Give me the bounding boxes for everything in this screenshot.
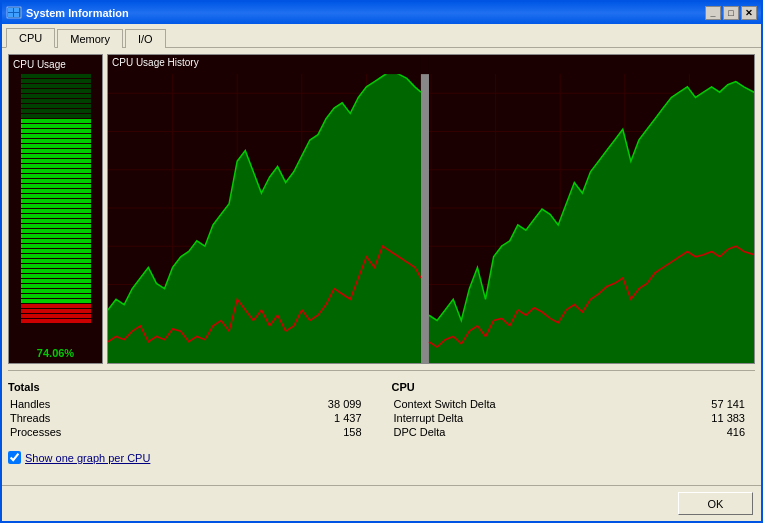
table-row: Context Switch Delta 57 141 xyxy=(392,397,756,411)
bottom-bar: OK xyxy=(2,485,761,521)
svg-rect-26 xyxy=(429,55,754,74)
tab-memory[interactable]: Memory xyxy=(57,29,123,48)
handles-value: 38 099 xyxy=(207,397,371,411)
dpc-label: DPC Delta xyxy=(392,425,646,439)
table-row: Handles 38 099 xyxy=(8,397,372,411)
cpu-stats-table: Context Switch Delta 57 141 Interrupt De… xyxy=(392,397,756,439)
totals-group: Totals Handles 38 099 Threads 1 437 Proc… xyxy=(8,381,372,439)
tab-cpu[interactable]: CPU xyxy=(6,28,55,48)
checkbox-row: Show one graph per CPU xyxy=(8,447,755,468)
minimize-button[interactable]: _ xyxy=(705,6,721,20)
tab-bar: CPU Memory I/O xyxy=(2,24,761,48)
threads-value: 1 437 xyxy=(207,411,371,425)
cpu-bar-container xyxy=(21,74,91,343)
stats-section: Totals Handles 38 099 Threads 1 437 Proc… xyxy=(8,377,755,443)
table-row: Interrupt Delta 11 383 xyxy=(392,411,756,425)
window-icon xyxy=(6,5,22,21)
interrupt-value: 11 383 xyxy=(646,411,755,425)
svg-rect-2 xyxy=(14,8,19,12)
show-graph-per-cpu-checkbox[interactable] xyxy=(8,451,21,464)
cpu-usage-panel: CPU Usage 74.06% xyxy=(8,54,103,364)
close-button[interactable]: ✕ xyxy=(741,6,757,20)
cpu-usage-label: CPU Usage xyxy=(13,59,66,70)
cpu-stats-title: CPU xyxy=(392,381,756,393)
table-row: DPC Delta 416 xyxy=(392,425,756,439)
context-switch-value: 57 141 xyxy=(646,397,755,411)
processes-label: Processes xyxy=(8,425,207,439)
cpu-stats-group: CPU Context Switch Delta 57 141 Interrup… xyxy=(392,381,756,439)
totals-table: Handles 38 099 Threads 1 437 Processes 1… xyxy=(8,397,372,439)
svg-rect-22 xyxy=(421,74,429,363)
processes-value: 158 xyxy=(207,425,371,439)
context-switch-label: Context Switch Delta xyxy=(392,397,646,411)
totals-title: Totals xyxy=(8,381,372,393)
window-title: System Information xyxy=(26,7,705,19)
cpu-history-chart xyxy=(108,55,754,363)
svg-rect-1 xyxy=(8,8,13,12)
stats-divider xyxy=(8,370,755,371)
interrupt-label: Interrupt Delta xyxy=(392,411,646,425)
handles-label: Handles xyxy=(8,397,207,411)
tab-io[interactable]: I/O xyxy=(125,29,166,48)
main-window: System Information _ □ ✕ CPU Memory I/O … xyxy=(0,0,763,523)
main-content: CPU Usage 74.06% CPU Usage History xyxy=(2,48,761,485)
svg-rect-4 xyxy=(14,13,19,17)
title-bar: System Information _ □ ✕ xyxy=(2,2,761,24)
cpu-percent-value: 74.06% xyxy=(37,347,74,359)
dpc-value: 416 xyxy=(646,425,755,439)
maximize-button[interactable]: □ xyxy=(723,6,739,20)
charts-section: CPU Usage 74.06% CPU Usage History xyxy=(8,54,755,364)
table-row: Processes 158 xyxy=(8,425,372,439)
title-buttons: _ □ ✕ xyxy=(705,6,757,20)
show-graph-per-cpu-label[interactable]: Show one graph per CPU xyxy=(25,452,150,464)
svg-rect-3 xyxy=(8,13,13,17)
cpu-history-panel: CPU Usage History xyxy=(107,54,755,364)
ok-button[interactable]: OK xyxy=(678,492,753,515)
table-row: Threads 1 437 xyxy=(8,411,372,425)
cpu-history-label: CPU Usage History xyxy=(112,57,199,68)
threads-label: Threads xyxy=(8,411,207,425)
